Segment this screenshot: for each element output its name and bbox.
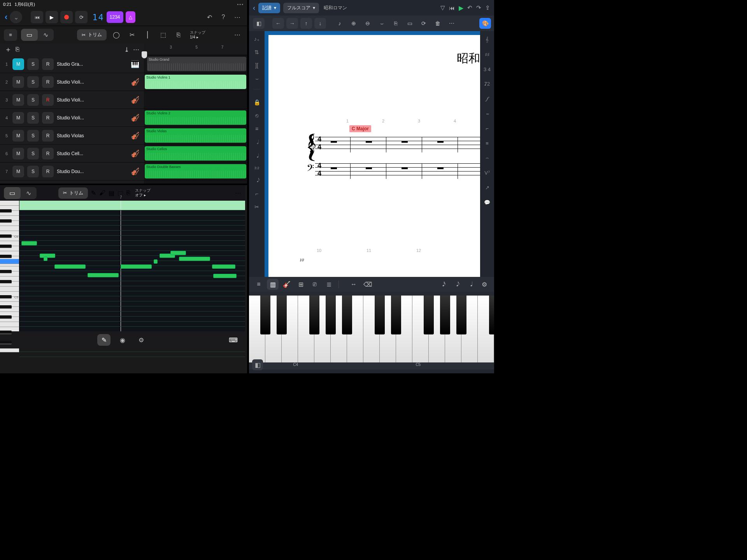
key-signature-badge[interactable]: C Major [349, 125, 371, 132]
midi-note[interactable] [44, 257, 47, 261]
position-display[interactable]: 14 [92, 12, 104, 22]
mute-button[interactable]: M [12, 94, 24, 106]
paste-icon[interactable]: ▭ [404, 18, 416, 29]
midi-clip[interactable]: Studio Cellos [145, 146, 246, 161]
panel-toggle-icon[interactable]: ◧ [252, 359, 263, 370]
rewind-icon[interactable]: ⏮ [449, 5, 455, 11]
midi-note[interactable] [212, 264, 235, 269]
notation-tool[interactable]: 💬 [484, 198, 490, 207]
track-row[interactable]: 4 M S R Studio Violi... 🎻 [0, 109, 144, 127]
editor-snap[interactable]: スナップオフ ▸ [135, 188, 151, 198]
record-arm-button[interactable]: R [42, 112, 54, 124]
midi-clip[interactable]: Studio Grand [147, 57, 246, 71]
piano-icon[interactable]: ▥ [267, 279, 279, 290]
track-lane[interactable]: Studio Violas [144, 127, 247, 145]
rewind-button[interactable]: ⏮ [31, 11, 43, 23]
select-add-icon[interactable]: ⊕ [348, 18, 359, 29]
arrange-lanes[interactable]: 357 Studio GrandStudio Violins 1Studio V… [144, 44, 247, 184]
solo-button[interactable]: S [27, 148, 39, 159]
midi-note[interactable] [21, 241, 37, 245]
midi-note[interactable] [154, 259, 158, 264]
editor-trim-tool[interactable]: ✂ トリム [58, 187, 88, 199]
solo-button[interactable]: S [27, 58, 39, 70]
delete-icon[interactable]: 🗑 [432, 18, 444, 29]
mute-button[interactable]: M [12, 58, 24, 70]
instrument-icon[interactable]: ⎋ [255, 112, 258, 119]
black-key[interactable] [375, 296, 384, 334]
add-track-icon[interactable]: ＋ [5, 45, 12, 54]
solo-button[interactable]: S [27, 166, 39, 177]
solo-button[interactable]: S [27, 94, 39, 106]
instrument-icon[interactable]: 🎻 [130, 96, 140, 104]
sliders-icon[interactable]: ⎚ [309, 279, 321, 290]
backspace-icon[interactable]: ⌫ [362, 279, 374, 290]
scissors-icon[interactable]: ✂ [254, 204, 259, 210]
nav-up-icon[interactable]: ↑ [300, 18, 312, 29]
solo-button[interactable]: S [27, 76, 39, 88]
instrument-icon[interactable]: 🎻 [130, 131, 140, 140]
add-note-icon[interactable]: ♪₊ [254, 36, 260, 42]
mute-button[interactable]: M [12, 112, 24, 124]
note-8-icon[interactable]: 𝅘𝅥𝅮 [451, 279, 462, 290]
track-lane[interactable] [144, 91, 247, 109]
guitar-icon[interactable]: 🎸 [281, 279, 293, 290]
quantize-icon[interactable]: ◉ [116, 334, 129, 346]
panel-icon[interactable]: ◧ [253, 18, 265, 29]
instrument-icon[interactable]: 🎻 [130, 167, 140, 176]
select-sub-icon[interactable]: ⊖ [362, 18, 374, 29]
play-button[interactable]: ▶ [46, 11, 58, 23]
time-signature[interactable]: 44 [317, 135, 321, 151]
back-button[interactable]: ‹ [253, 4, 255, 12]
repeat-icon[interactable]: ⟳ [418, 18, 430, 29]
black-key[interactable] [456, 296, 466, 334]
metronome-pill[interactable]: △ [126, 11, 135, 23]
mute-button[interactable]: M [12, 148, 24, 159]
list-view-icon[interactable]: ≡ [4, 29, 17, 41]
beam-icon[interactable]: ≡ [255, 126, 258, 132]
track-more-icon[interactable]: ⋯ [133, 46, 139, 53]
split-icon[interactable]: ⎮ [142, 29, 153, 41]
midi-note[interactable] [54, 264, 86, 269]
nav-fwd-icon[interactable]: → [286, 18, 298, 29]
list-icon[interactable]: ≡ [253, 279, 265, 290]
midi-note[interactable] [121, 264, 152, 269]
select-icon[interactable]: ⬚ [157, 29, 169, 41]
automation-view-icon[interactable]: ∿ [38, 29, 54, 41]
staff-icon[interactable]: ≣ [323, 279, 335, 290]
midi-clip[interactable]: Studio Double Basses [145, 164, 246, 178]
velocity-icon[interactable]: ▤ [109, 189, 114, 197]
track-lane[interactable]: Studio Double Basses [144, 163, 247, 180]
black-key[interactable] [342, 296, 352, 334]
region-view-icon[interactable]: ▭ [21, 29, 38, 41]
treble-staff[interactable]: 𝄞 44 [315, 137, 480, 152]
midi-clip[interactable]: Studio Violas [145, 128, 246, 143]
notation-tool[interactable]: ≡ [486, 138, 489, 148]
midi-note[interactable] [179, 257, 210, 261]
keyboard-icon[interactable]: ⌨ [226, 334, 240, 346]
settings-icon[interactable]: ⚙ [479, 279, 490, 290]
pencil-icon[interactable]: ✎ [91, 189, 96, 197]
nav-back-icon[interactable]: ← [272, 18, 284, 29]
mode-select[interactable]: 記譜 ▾ [258, 3, 280, 13]
copy-icon[interactable]: ⎘ [390, 18, 402, 29]
undo-icon[interactable]: ↶ [467, 4, 472, 11]
trim-tool[interactable]: ✂ トリム [77, 29, 107, 40]
track-row[interactable]: 1 M S R Studio Gra... 🎹 [0, 55, 144, 73]
duplicate-track-icon[interactable]: ⎘ [16, 46, 19, 53]
track-row[interactable]: 2 M S R Studio Violi... 🎻 [0, 73, 144, 91]
snap-display[interactable]: スナップ 1/4 ▸ [190, 30, 205, 40]
track-lane[interactable]: Studio Cellos [144, 145, 247, 163]
metronome-icon[interactable]: ▽ [440, 4, 445, 11]
undo-icon[interactable]: ↶ [204, 12, 214, 22]
more-icon[interactable]: ⋯ [446, 18, 458, 29]
solo-button[interactable]: S [27, 130, 39, 142]
midi-clip[interactable]: Studio Violins 2 [145, 110, 246, 125]
instrument-icon[interactable]: 🎻 [130, 78, 140, 86]
piano-roll[interactable]: C6C5 7 [0, 201, 245, 347]
note-grid[interactable]: 7 [19, 201, 245, 347]
redo-icon[interactable]: ↷ [476, 4, 481, 11]
black-key[interactable] [309, 296, 319, 334]
track-row[interactable]: 3 M S R Studio Violi... 🎻 [0, 91, 144, 109]
track-row[interactable]: 5 M S R Studio Violas 🎻 [0, 127, 144, 145]
lock-icon[interactable]: 🔒 [254, 99, 260, 105]
